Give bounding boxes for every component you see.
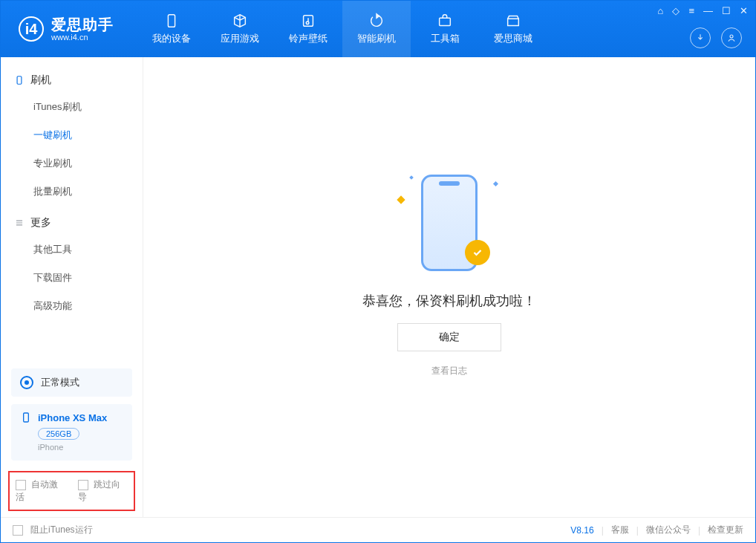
logo-title: 爱思助手 [51, 16, 114, 33]
device-capacity: 256GB [38, 428, 79, 440]
svg-point-4 [730, 35, 733, 38]
device-icon [20, 412, 32, 423]
shirt-icon[interactable]: ⌂ [658, 5, 664, 16]
mode-card[interactable]: 正常模式 [11, 368, 132, 397]
sidebar-group-flash: 刷机 [1, 63, 143, 93]
version-label: V8.16 [570, 525, 593, 536]
top-nav: 我的设备 应用游戏 铃声壁纸 智能刷机 工具箱 爱思商城 [137, 1, 547, 57]
svg-rect-5 [17, 77, 22, 85]
mode-label: 正常模式 [41, 376, 79, 389]
mode-dot-icon [20, 376, 33, 389]
skip-guide-option[interactable]: 跳过向导 [78, 478, 128, 504]
nav-apps-games[interactable]: 应用游戏 [206, 1, 274, 57]
svg-rect-3 [440, 18, 451, 25]
checkbox-icon[interactable] [78, 480, 88, 490]
device-type: iPhone [38, 443, 123, 452]
sidebar-item-batch-flash[interactable]: 批量刷机 [1, 178, 143, 206]
body: 刷机 iTunes刷机 一键刷机 专业刷机 批量刷机 更多 其他工具 下载固件 … [1, 57, 755, 517]
checkbox-icon[interactable] [16, 480, 26, 490]
music-icon [300, 13, 316, 29]
header-action-icons [690, 27, 742, 48]
nav-label: 应用游戏 [221, 32, 259, 45]
sidebar: 刷机 iTunes刷机 一键刷机 专业刷机 批量刷机 更多 其他工具 下载固件 … [1, 57, 143, 517]
result-block: 恭喜您，保资料刷机成功啦！ 确定 查看日志 [362, 167, 536, 377]
sidebar-item-other-tools[interactable]: 其他工具 [1, 235, 143, 264]
nav-ringtone-wallpaper[interactable]: 铃声壁纸 [274, 1, 342, 57]
download-icon[interactable] [690, 27, 711, 48]
main-content: 恭喜您，保资料刷机成功啦！ 确定 查看日志 [143, 57, 755, 517]
highlighted-options: 自动激活 跳过向导 [8, 471, 135, 511]
maximize-button[interactable]: ☐ [722, 5, 731, 16]
minimize-button[interactable]: — [703, 5, 713, 16]
user-icon[interactable] [721, 27, 742, 48]
close-button[interactable]: ✕ [740, 5, 748, 16]
ok-button[interactable]: 确定 [397, 323, 501, 351]
auto-activate-option[interactable]: 自动激活 [16, 478, 66, 504]
sidebar-group-title: 更多 [30, 216, 51, 230]
checkbox-icon[interactable] [13, 525, 23, 536]
device-card[interactable]: iPhone XS Max 256GB iPhone [11, 404, 132, 461]
nav-label: 工具箱 [431, 32, 460, 45]
store-icon [505, 13, 521, 29]
nav-label: 铃声壁纸 [289, 32, 328, 45]
logo: i4 爱思助手 www.i4.cn [1, 1, 131, 57]
app-window: i4 爱思助手 www.i4.cn 我的设备 应用游戏 铃声壁纸 智能刷机 [0, 0, 756, 543]
sidebar-group-title: 刷机 [30, 74, 51, 87]
logo-icon: i4 [19, 16, 44, 42]
sidebar-item-advanced[interactable]: 高级功能 [1, 292, 143, 320]
svg-point-2 [306, 22, 309, 25]
feedback-icon[interactable]: ◇ [672, 5, 680, 16]
footer: 阻止iTunes运行 V8.16 | 客服 | 微信公众号 | 检查更新 [1, 517, 755, 542]
sidebar-item-itunes-flash[interactable]: iTunes刷机 [1, 93, 143, 121]
nav-smart-flash[interactable]: 智能刷机 [342, 1, 411, 57]
svg-rect-0 [168, 15, 175, 27]
toolbox-icon [437, 13, 453, 29]
footer-service-link[interactable]: 客服 [611, 524, 629, 536]
view-log-link[interactable]: 查看日志 [431, 365, 467, 377]
cube-icon [232, 13, 248, 29]
nav-label: 爱思商城 [494, 32, 532, 45]
phone-icon [14, 75, 25, 85]
refresh-icon [368, 13, 385, 29]
sidebar-group-more: 更多 [1, 206, 143, 235]
header: i4 爱思助手 www.i4.cn 我的设备 应用游戏 铃声壁纸 智能刷机 [1, 1, 755, 57]
menu-icon[interactable]: ≡ [688, 5, 694, 16]
logo-subtitle: www.i4.cn [51, 33, 114, 42]
nav-my-device[interactable]: 我的设备 [137, 1, 206, 57]
footer-update-link[interactable]: 检查更新 [708, 524, 743, 536]
svg-rect-6 [24, 413, 29, 422]
device-name: iPhone XS Max [38, 412, 107, 423]
footer-wechat-link[interactable]: 微信公众号 [646, 524, 691, 536]
sidebar-item-pro-flash[interactable]: 专业刷机 [1, 149, 143, 178]
check-badge-icon [465, 240, 490, 265]
block-itunes-label[interactable]: 阻止iTunes运行 [30, 524, 93, 536]
device-icon [163, 13, 180, 29]
nav-label: 我的设备 [152, 32, 191, 45]
nav-toolbox[interactable]: 工具箱 [411, 1, 479, 57]
sidebar-item-download-firmware[interactable]: 下载固件 [1, 264, 143, 292]
nav-store[interactable]: 爱思商城 [479, 1, 547, 57]
sidebar-item-onekey-flash[interactable]: 一键刷机 [1, 121, 143, 149]
success-message: 恭喜您，保资料刷机成功啦！ [362, 292, 536, 310]
success-illustration [394, 167, 505, 279]
list-icon [14, 218, 25, 228]
window-controls: ⌂ ◇ ≡ — ☐ ✕ [658, 5, 748, 16]
nav-label: 智能刷机 [357, 32, 396, 45]
